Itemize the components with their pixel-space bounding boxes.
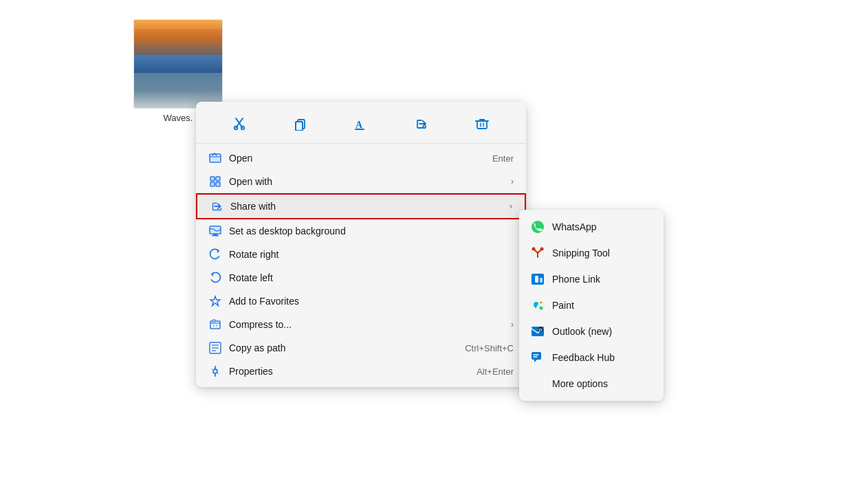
svg-rect-22: [213, 234, 217, 235]
context-menu: A: [196, 102, 526, 387]
svg-rect-18: [216, 177, 220, 181]
copy-path-icon: [208, 341, 222, 355]
outlook-label: Outlook (new): [552, 326, 612, 337]
feedback-hub-icon: [530, 350, 545, 365]
rotate-left-label: Rotate left: [229, 272, 514, 283]
open-shortcut: Enter: [492, 153, 514, 164]
whatsapp-icon: [530, 219, 545, 234]
phone-link-icon: [530, 272, 545, 287]
menu-item-rotate-right[interactable]: Rotate right: [196, 243, 526, 266]
submenu-more-options[interactable]: More options: [519, 371, 664, 397]
svg-point-36: [540, 248, 544, 251]
menu-item-share-with[interactable]: Share with ›: [196, 193, 526, 219]
share-icon: [415, 117, 428, 131]
add-favorites-label: Add to Favorites: [229, 296, 514, 307]
menu-item-open[interactable]: Open Enter: [196, 146, 526, 170]
svg-rect-9: [477, 121, 487, 129]
menu-item-properties[interactable]: Properties Alt+Enter: [196, 360, 526, 383]
whatsapp-label: WhatsApp: [552, 221, 597, 232]
set-desktop-label: Set as desktop background: [229, 226, 514, 237]
svg-rect-20: [216, 182, 220, 186]
rotate-right-label: Rotate right: [229, 249, 514, 260]
set-desktop-icon: [208, 224, 222, 238]
thumbnail-image: [133, 19, 223, 109]
menu-item-compress[interactable]: Compress to... ›: [196, 313, 526, 336]
svg-point-41: [540, 307, 543, 310]
compress-icon: [208, 318, 222, 331]
cut-button[interactable]: [228, 111, 252, 136]
more-options-spacer: [530, 376, 545, 391]
svg-text:A: A: [355, 120, 363, 130]
share-with-submenu: WhatsApp Snipping Tool Phone Link: [519, 210, 664, 401]
phone-link-label: Phone Link: [552, 274, 600, 285]
open-with-label: Open with: [229, 176, 504, 187]
svg-rect-16: [210, 154, 221, 162]
svg-rect-19: [210, 182, 215, 186]
svg-rect-17: [210, 177, 215, 181]
properties-label: Properties: [229, 366, 463, 377]
context-toolbar: A: [196, 106, 526, 144]
share-button[interactable]: [409, 111, 434, 136]
submenu-whatsapp[interactable]: WhatsApp: [519, 214, 664, 240]
open-with-icon: [208, 175, 222, 188]
compress-label: Compress to...: [229, 319, 504, 330]
paint-icon: [530, 298, 545, 313]
menu-item-copy-path[interactable]: Copy as path Ctrl+Shift+C: [196, 336, 526, 360]
svg-rect-39: [540, 278, 543, 283]
svg-rect-25: [212, 320, 215, 322]
feedback-hub-label: Feedback Hub: [552, 352, 615, 363]
properties-shortcut: Alt+Enter: [477, 366, 514, 377]
copy-button[interactable]: [288, 111, 313, 136]
menu-item-set-desktop[interactable]: Set as desktop background: [196, 219, 526, 243]
add-favorites-icon: [208, 294, 222, 308]
svg-text:O: O: [539, 328, 543, 332]
compress-arrow: ›: [511, 320, 514, 329]
svg-rect-24: [210, 321, 220, 329]
cut-icon: [233, 117, 247, 131]
open-with-arrow: ›: [511, 177, 514, 186]
share-with-arrow: ›: [510, 201, 512, 211]
delete-icon: [475, 117, 489, 131]
svg-rect-38: [535, 276, 538, 283]
submenu-feedback-hub[interactable]: Feedback Hub: [519, 344, 664, 371]
svg-rect-45: [532, 352, 541, 360]
share-with-icon: [210, 199, 223, 213]
menu-item-open-with[interactable]: Open with ›: [196, 170, 526, 193]
copy-icon: [294, 117, 307, 131]
submenu-snipping-tool[interactable]: Snipping Tool: [519, 240, 664, 266]
open-label: Open: [229, 153, 479, 164]
share-with-label: Share with: [230, 201, 503, 212]
rename-button[interactable]: A: [349, 111, 373, 136]
menu-item-rotate-left[interactable]: Rotate left: [196, 266, 526, 289]
submenu-outlook[interactable]: O Outlook (new): [519, 318, 664, 344]
delete-button[interactable]: [470, 111, 494, 136]
paint-label: Paint: [552, 300, 574, 311]
open-icon: [208, 151, 222, 165]
menu-item-add-favorites[interactable]: Add to Favorites: [196, 289, 526, 313]
properties-icon: [208, 364, 222, 378]
more-options-label: More options: [552, 378, 608, 389]
svg-point-35: [532, 248, 536, 251]
snipping-tool-icon: [530, 245, 545, 261]
outlook-icon: O: [530, 324, 545, 339]
svg-rect-8: [355, 129, 364, 130]
rename-icon: A: [354, 117, 368, 131]
svg-rect-23: [212, 235, 219, 237]
copy-path-shortcut: Ctrl+Shift+C: [465, 343, 514, 353]
svg-point-33: [532, 221, 544, 233]
rotate-left-icon: [208, 271, 222, 285]
svg-rect-5: [296, 122, 303, 131]
file-label: Waves.: [164, 113, 193, 123]
submenu-paint[interactable]: Paint: [519, 292, 664, 318]
snipping-tool-label: Snipping Tool: [552, 248, 610, 259]
copy-path-label: Copy as path: [229, 342, 451, 353]
submenu-phone-link[interactable]: Phone Link: [519, 266, 664, 292]
rotate-right-icon: [208, 248, 222, 261]
